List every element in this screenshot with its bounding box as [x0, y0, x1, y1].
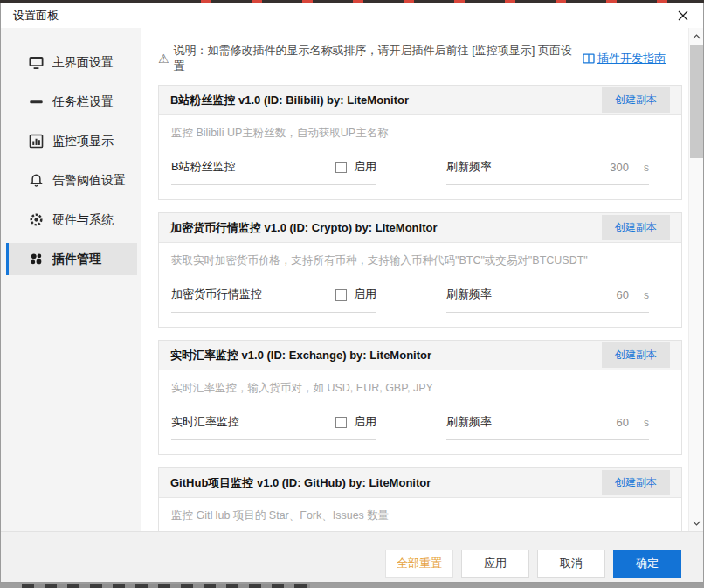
refresh-frequency-label: 刷新频率	[446, 414, 492, 430]
refresh-interval-input[interactable]: 60	[599, 416, 629, 429]
plugin-controls: 实时汇率监控 启用 刷新频率 60 s	[171, 414, 669, 440]
refresh-frequency-field: 刷新频率 60 s	[446, 287, 649, 313]
plugin-card: GitHub项目监控 v1.0 (ID: GitHub) by: LiteMon…	[158, 467, 682, 531]
sidebar-item-label: 插件管理	[52, 252, 101, 267]
puzzle-icon	[29, 252, 44, 266]
plugin-name-value[interactable]: 实时汇率监控	[171, 414, 239, 430]
footer: 全部重置应用取消确定	[1, 532, 703, 582]
close-button[interactable]	[673, 6, 693, 25]
reset-all-button[interactable]: 全部重置	[385, 550, 453, 578]
plugin-card: 加密货币行情监控 v1.0 (ID: Crypto) by: LiteMonit…	[158, 212, 682, 328]
sidebar-item-label: 告警阈值设置	[52, 173, 126, 189]
refresh-interval-input[interactable]: 60	[599, 288, 629, 301]
plugin-card-header: B站粉丝监控 v1.0 (ID: Bilibili) by: LiteMonit…	[159, 86, 681, 115]
plugin-card-header: 实时汇率监控 v1.0 (ID: Exchange) by: LiteMonit…	[159, 341, 681, 370]
refresh-unit-label: s	[644, 289, 649, 301]
enable-checkbox[interactable]	[335, 417, 347, 428]
scrollbar-thumb[interactable]	[690, 45, 703, 158]
sidebar-item-main-ui[interactable]: 主界面设置	[6, 46, 137, 79]
plugin-description: 监控 GitHub 项目的 Star、Fork、Issues 数量	[171, 508, 669, 523]
enable-toggle[interactable]: 启用	[335, 287, 376, 302]
book-icon	[583, 52, 595, 65]
plugin-list-panel: ⚠ 说明：如需修改插件的显示名称或排序，请开启插件后前往 [监控项显示] 页面设…	[141, 28, 688, 531]
dialog-main: 主界面设置 任务栏设置 监控项显示 告警阈值设置 硬件与系统 插件管理 ⚠ 说明…	[1, 28, 703, 532]
enable-toggle[interactable]: 启用	[335, 414, 376, 430]
plugin-title: 加密货币行情监控 v1.0 (ID: Crypto) by: LiteMonit…	[170, 220, 438, 236]
sidebar-item-label: 主界面设置	[52, 55, 114, 71]
create-copy-button[interactable]: 创建副本	[602, 470, 670, 495]
enable-checkbox[interactable]	[335, 162, 347, 173]
apply-button[interactable]: 应用	[461, 550, 529, 578]
screen: 设置面板 主界面设置 任务栏设置 监控项显示 告警阈值设置 硬件与系统 插件管理	[0, 0, 704, 588]
titlebar: 设置面板	[1, 3, 703, 28]
plugin-dev-guide-label: 插件开发指南	[597, 51, 666, 66]
bar-chart-icon	[29, 134, 44, 149]
plugin-name-field[interactable]: 加密货币行情监控 启用	[171, 287, 376, 313]
plugin-controls: B站粉丝监控 启用 刷新频率 300 s	[171, 159, 669, 185]
sidebar-item-label: 监控项显示	[52, 134, 114, 149]
refresh-frequency-label: 刷新频率	[446, 159, 492, 175]
plugin-cards: B站粉丝监控 v1.0 (ID: Bilibili) by: LiteMonit…	[158, 85, 688, 531]
plugin-name-value[interactable]: B站粉丝监控	[171, 159, 236, 175]
background-window-bottom-strip	[0, 583, 704, 588]
plugin-card-header: 加密货币行情监控 v1.0 (ID: Crypto) by: LiteMonit…	[159, 213, 681, 243]
notice-text: 说明：如需修改插件的显示名称或排序，请开启插件后前往 [监控项显示] 页面设置	[174, 43, 583, 74]
plugin-name-value[interactable]: 加密货币行情监控	[171, 287, 262, 302]
bell-icon	[29, 173, 44, 188]
window-title: 设置面板	[13, 8, 59, 24]
enable-checkbox[interactable]	[335, 289, 347, 301]
sidebar-item-taskbar[interactable]: 任务栏设置	[6, 86, 137, 118]
sidebar-item-plugin-manager[interactable]: 插件管理	[6, 243, 137, 275]
sidebar-item-hardware-system[interactable]: 硬件与系统	[6, 204, 137, 236]
monitor-icon	[29, 55, 44, 70]
plugin-card: B站粉丝监控 v1.0 (ID: Bilibili) by: LiteMonit…	[158, 85, 682, 200]
create-copy-button[interactable]: 创建副本	[602, 342, 670, 368]
plugin-name-field[interactable]: 实时汇率监控 启用	[171, 414, 376, 440]
plugin-title: B站粉丝监控 v1.0 (ID: Bilibili) by: LiteMonit…	[170, 93, 409, 108]
plugin-card: 实时汇率监控 v1.0 (ID: Exchange) by: LiteMonit…	[158, 340, 682, 455]
refresh-frequency-label: 刷新频率	[446, 287, 492, 302]
plugin-title: 实时汇率监控 v1.0 (ID: Exchange) by: LiteMonit…	[170, 348, 431, 363]
refresh-frequency-field: 刷新频率 300 s	[446, 159, 649, 185]
plugin-card-body: 监控 Bilibili UP主粉丝数，自动获取UP主名称 B站粉丝监控 启用 刷…	[159, 115, 681, 185]
refresh-interval-input[interactable]: 300	[599, 161, 629, 174]
create-copy-button[interactable]: 创建副本	[602, 87, 670, 113]
sidebar-item-label: 硬件与系统	[52, 212, 114, 228]
plugin-card-header: GitHub项目监控 v1.0 (ID: GitHub) by: LiteMon…	[159, 468, 681, 498]
plugin-description: 实时汇率监控，输入货币对，如 USD, EUR, GBP, JPY	[171, 381, 669, 396]
sidebar: 主界面设置 任务栏设置 监控项显示 告警阈值设置 硬件与系统 插件管理	[1, 28, 141, 531]
taskbar-icon	[29, 94, 44, 109]
create-copy-button[interactable]: 创建副本	[602, 215, 670, 240]
plugin-title: GitHub项目监控 v1.0 (ID: GitHub) by: LiteMon…	[170, 475, 431, 491]
cancel-button[interactable]: 取消	[537, 550, 605, 578]
warning-icon: ⚠	[158, 52, 169, 65]
enable-label: 启用	[354, 159, 376, 175]
enable-toggle[interactable]: 启用	[335, 159, 376, 175]
scroll-down-button[interactable]	[689, 515, 703, 530]
refresh-unit-label: s	[644, 162, 649, 174]
plugin-name-field[interactable]: B站粉丝监控 启用	[171, 159, 376, 185]
notice-bar: ⚠ 说明：如需修改插件的显示名称或排序，请开启插件后前往 [监控项显示] 页面设…	[158, 39, 688, 77]
enable-label: 启用	[354, 414, 376, 430]
plugin-description: 监控 Bilibili UP主粉丝数，自动获取UP主名称	[171, 126, 669, 141]
scrollbar[interactable]	[688, 28, 703, 531]
refresh-frequency-field: 刷新频率 60 s	[446, 414, 649, 440]
background-text-fragment	[22, 584, 310, 588]
sidebar-item-monitor-items[interactable]: 监控项显示	[6, 125, 137, 157]
plugin-card-body: 获取实时加密货币价格，支持所有币种，支持输入币种代码"BTC"或交易对"BTCU…	[159, 243, 681, 313]
gear-icon	[29, 212, 44, 227]
ok-button[interactable]: 确定	[613, 550, 681, 578]
plugin-controls: 加密货币行情监控 启用 刷新频率 60 s	[171, 287, 669, 313]
chevron-up-icon	[693, 34, 701, 39]
scroll-up-button[interactable]	[689, 29, 703, 44]
enable-label: 启用	[354, 287, 376, 302]
refresh-unit-label: s	[644, 417, 649, 429]
close-icon	[678, 10, 688, 21]
plugin-dev-guide-link[interactable]: 插件开发指南	[583, 51, 666, 66]
sidebar-item-label: 任务栏设置	[52, 94, 114, 110]
chevron-down-icon	[693, 521, 701, 526]
settings-dialog: 设置面板 主界面设置 任务栏设置 监控项显示 告警阈值设置 硬件与系统 插件管理	[0, 3, 704, 583]
plugin-card-body: 实时汇率监控，输入货币对，如 USD, EUR, GBP, JPY 实时汇率监控…	[159, 370, 681, 440]
sidebar-item-alert-threshold[interactable]: 告警阈值设置	[6, 164, 137, 197]
plugin-description: 获取实时加密货币价格，支持所有币种，支持输入币种代码"BTC"或交易对"BTCU…	[171, 253, 669, 268]
